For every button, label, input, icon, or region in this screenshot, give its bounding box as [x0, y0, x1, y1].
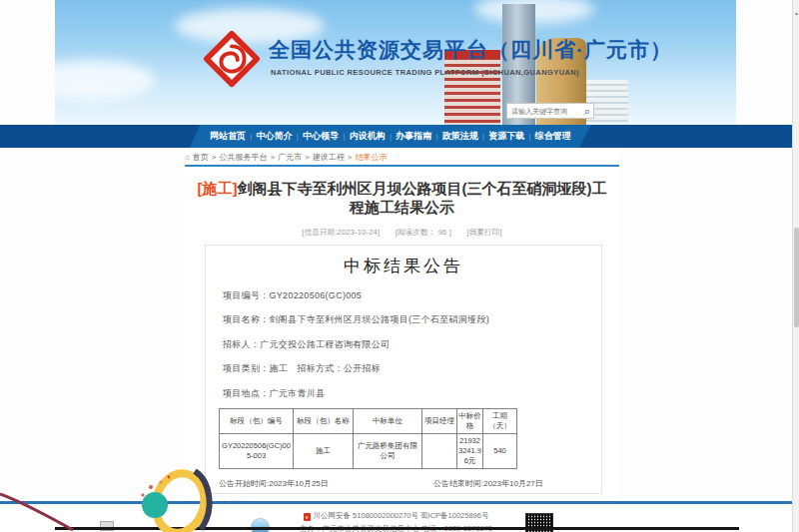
cell-section-name: 施工	[294, 433, 354, 468]
search-box[interactable]: ⌕	[506, 103, 594, 119]
footer-beian: ★川公网安备 51080002000270号 蜀ICP备10025896号	[0, 511, 792, 521]
nav-item-downloads[interactable]: 资源下载	[488, 130, 524, 143]
col-duration: 工期（天）	[483, 408, 517, 433]
police-emblem-icon: ★	[304, 513, 311, 521]
breadcrumb-current: 结果公示	[356, 152, 388, 163]
nav-item-departments[interactable]: 内设机构	[350, 130, 386, 143]
notice-times: 公告开始时间:2023年10月25日 公告结束时间:2023年10月27日	[206, 478, 601, 488]
doodle-decoration	[125, 467, 235, 532]
article-title: [施工]剑阁县下寺至利州区月坝公路项目(三个石至硝洞垭段)工程施工结果公示	[195, 179, 609, 217]
field-location: 项目地点：广元市青川县	[223, 387, 601, 400]
cell-section-number: GY20220506(GC)005-003	[220, 433, 294, 468]
breadcrumb-item[interactable]: 建设工程	[313, 152, 345, 163]
nav-item-home[interactable]: 网站首页	[210, 130, 246, 143]
main-navbar: 网站首页 | 中心简介 | 中心领导 | 内设机构 | 办事指南 | 政策法规 …	[0, 125, 792, 148]
nav-item-admin[interactable]: 综合管理	[535, 130, 571, 143]
cell-manager	[422, 433, 457, 468]
nav-menu-strip: 网站首页 | 中心简介 | 中心领导 | 内设机构 | 办事指南 | 政策法规 …	[190, 125, 591, 148]
scrollbar-thumb[interactable]	[794, 228, 799, 327]
field-tenderer: 招标人：广元交投公路工程咨询有限公司	[223, 338, 601, 351]
home-icon: ⌂	[185, 153, 190, 162]
search-icon[interactable]: ⌕	[584, 106, 593, 116]
col-manager: 项目经理	[422, 408, 457, 433]
cell-price: 219323241.96元	[457, 433, 483, 468]
breadcrumb-item[interactable]: 广元市	[278, 152, 302, 163]
col-section-name: 标段（包）名称	[294, 408, 354, 433]
breadcrumb: ⌂ 首页 > 公共服务平台 > 广元市 > 建设工程 > 结果公示	[185, 150, 619, 167]
breadcrumb-home[interactable]: 首页	[193, 152, 209, 163]
scrollbar[interactable]: ▲	[792, 0, 799, 532]
notice-box: 中标结果公告 项目编号：GY20220506(GC)005 项目名称：剑阁县下寺…	[205, 245, 602, 494]
col-winner: 中标单位	[354, 408, 422, 433]
table-header-row: 标段（包）编号 标段（包）名称 中标单位 项目经理 中标价格 工期（天）	[220, 408, 517, 433]
col-section-number: 标段（包）编号	[220, 408, 294, 433]
col-price: 中标价格	[457, 408, 483, 433]
nav-item-policies[interactable]: 政策法规	[442, 130, 478, 143]
bid-result-table: 标段（包）编号 标段（包）名称 中标单位 项目经理 中标价格 工期（天） GY2…	[219, 408, 517, 469]
search-input[interactable]	[507, 108, 584, 115]
table-row: GY20220506(GC)005-003 施工 广元路桥集团有限公司 2193…	[220, 433, 517, 468]
site-subtitle: NATIONAL PUBLIC RESOURCE TRADING PLATFOR…	[271, 68, 579, 77]
curve-decoration	[0, 484, 75, 532]
site-title: 全国公共资源交易平台（四川省·广元市）	[269, 36, 672, 64]
cell-duration: 540	[483, 433, 517, 468]
notice-title: 中标结果公告	[206, 255, 601, 277]
field-project-name: 项目名称：剑阁县下寺至利州区月坝公路项目(三个石至硝洞垭段)	[223, 313, 601, 326]
nav-item-leaders[interactable]: 中心领导	[303, 130, 339, 143]
nav-item-guide[interactable]: 办事指南	[396, 130, 431, 143]
platform-logo-icon	[203, 30, 261, 88]
notice-start-time: 公告开始时间:2023年10月25日	[219, 478, 329, 489]
field-category: 项目类别：施工 招标方式：公开招标	[223, 362, 601, 375]
notice-end-time: 公告结束时间:2023年10月27日	[433, 478, 543, 489]
breadcrumb-item[interactable]: 公共服务平台	[220, 152, 268, 163]
cloud-decoration	[55, 60, 155, 100]
nav-item-intro[interactable]: 中心简介	[257, 130, 293, 143]
article-tag: [施工]	[198, 180, 238, 197]
field-project-number: 项目编号：GY20220506(GC)005	[223, 289, 601, 302]
page: 全国公共资源交易平台（四川省·广元市） NATIONAL PUBLIC RESO…	[0, 0, 799, 532]
article-card: [施工]剑阁县下寺至利州区月坝公路项目(三个石至硝洞垭段)工程施工结果公示 [信…	[185, 169, 619, 501]
scrollbar-up-arrow[interactable]: ▲	[794, 10, 799, 16]
site-banner: 全国公共资源交易平台（四川省·广元市） NATIONAL PUBLIC RESO…	[55, 0, 736, 125]
cell-winner: 广元路桥集团有限公司	[354, 433, 422, 468]
article-info-line: [信息日期:2023-10-24] [阅读次数： 96 ] [我要打印]	[185, 228, 619, 238]
